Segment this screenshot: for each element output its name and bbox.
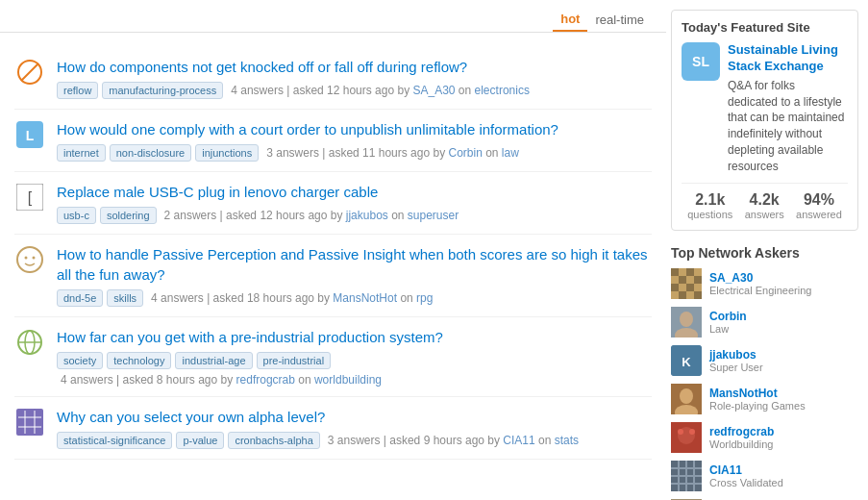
tab-hot[interactable]: hot xyxy=(553,8,587,32)
author-link[interactable]: CIA11 xyxy=(503,434,534,447)
svg-point-6 xyxy=(17,247,42,272)
author-link[interactable]: SA_A30 xyxy=(412,84,455,97)
question-body: How do components not get knocked off or… xyxy=(57,57,652,99)
author-link[interactable]: MansNotHot xyxy=(333,291,397,305)
question-title[interactable]: Replace male USB-C plug in lenovo charge… xyxy=(57,182,652,202)
author-link[interactable]: jjakubos xyxy=(346,209,388,222)
svg-rect-21 xyxy=(694,276,702,284)
question-body: Replace male USB-C plug in lenovo charge… xyxy=(57,182,652,224)
tag[interactable]: non-disclosure xyxy=(110,144,192,162)
featured-site-card: Today's Featured Site SL Sustainable Liv… xyxy=(671,10,858,231)
svg-point-27 xyxy=(680,312,693,327)
svg-rect-25 xyxy=(694,291,702,299)
asker-item: Corbin Law xyxy=(671,307,858,338)
stat-value: 94% xyxy=(796,191,842,209)
question-item: How far can you get with a pre-industria… xyxy=(14,317,652,397)
asker-site: Super User xyxy=(709,362,763,373)
author-link[interactable]: Corbin xyxy=(448,146,482,160)
tag[interactable]: reflow xyxy=(57,82,98,99)
asker-info: CIA11 Cross Validated xyxy=(709,463,783,488)
tags-meta: societytechnologyindustrial-agepre-indus… xyxy=(57,352,652,387)
site-link[interactable]: law xyxy=(502,146,519,160)
site-link[interactable]: rpg xyxy=(416,291,433,305)
question-title[interactable]: How do components not get knocked off or… xyxy=(57,57,652,77)
tag[interactable]: manufacturing-process xyxy=(102,82,223,99)
asker-site: Law xyxy=(709,323,747,335)
question-icon: [ xyxy=(14,182,45,212)
question-meta: 4 answers | asked 8 hours ago by redfrog… xyxy=(61,373,382,387)
tag[interactable]: internet xyxy=(57,144,106,162)
author-link[interactable]: redfrogcrab xyxy=(236,373,295,387)
question-icon xyxy=(14,57,45,88)
tags-meta: usb-csoldering 2 answers | asked 12 hour… xyxy=(57,207,652,224)
asker-name[interactable]: jjakubos xyxy=(709,348,763,362)
tag[interactable]: society xyxy=(57,352,103,369)
question-item: [ Replace male USB-C plug in lenovo char… xyxy=(14,172,652,235)
site-icon: SL xyxy=(682,42,720,81)
asker-info: SA_A30 Electrical Engineering xyxy=(709,271,811,296)
stat-label: answered xyxy=(796,209,842,220)
question-item: Why can you select your own alpha level?… xyxy=(14,397,652,460)
question-icon: L xyxy=(14,119,45,150)
tags-meta: internetnon-disclosureinjunctions 3 answ… xyxy=(57,144,652,162)
asker-avatar xyxy=(671,422,702,453)
asker-item: MansNotHot Role-playing Games xyxy=(671,384,858,414)
askers-list: SA_A30 Electrical Engineering Corbin Law… xyxy=(671,268,858,500)
svg-rect-23 xyxy=(679,291,686,299)
tag[interactable]: soldering xyxy=(100,207,157,224)
tag[interactable]: cronbachs-alpha xyxy=(228,432,319,449)
asker-avatar xyxy=(671,384,702,414)
tag[interactable]: injunctions xyxy=(195,144,259,162)
asker-name[interactable]: MansNotHot xyxy=(709,387,806,400)
tag[interactable]: technology xyxy=(107,352,171,369)
tag[interactable]: skills xyxy=(107,289,143,307)
tab-realtime[interactable]: real-time xyxy=(587,9,652,31)
asker-item: SA_A30 Electrical Engineering xyxy=(671,268,858,299)
tag[interactable]: statistical-significance xyxy=(57,432,172,449)
asker-site: Worldbuilding xyxy=(709,438,774,450)
question-icon xyxy=(14,407,45,438)
tabs-bar: hot real-time xyxy=(0,0,666,33)
tag[interactable]: industrial-age xyxy=(175,352,252,369)
question-icon xyxy=(14,327,45,358)
svg-rect-18 xyxy=(671,268,679,276)
site-link[interactable]: worldbuilding xyxy=(314,373,382,387)
question-icon xyxy=(14,244,45,275)
tag[interactable]: dnd-5e xyxy=(57,289,103,307)
tags-meta: reflowmanufacturing-process 4 answers | … xyxy=(57,82,652,99)
asker-name[interactable]: Corbin xyxy=(709,310,747,323)
top-askers-title: Top Network Askers xyxy=(671,245,858,261)
site-link[interactable]: superuser xyxy=(408,209,459,222)
asker-info: Corbin Law xyxy=(709,310,747,335)
top-askers: Top Network Askers SA_A30 Electrical Eng… xyxy=(671,245,858,500)
asker-name[interactable]: redfrogcrab xyxy=(709,425,774,438)
svg-point-7 xyxy=(25,257,28,260)
svg-rect-24 xyxy=(686,284,694,291)
asker-name[interactable]: CIA11 xyxy=(709,463,783,477)
question-title[interactable]: Why can you select your own alpha level? xyxy=(57,407,652,427)
asker-item: K jjakubos Super User xyxy=(671,345,858,376)
questions-list: How do components not get knocked off or… xyxy=(0,38,666,500)
site-name[interactable]: Sustainable Living Stack Exchange xyxy=(728,42,848,75)
svg-line-1 xyxy=(21,63,38,81)
asker-info: jjakubos Super User xyxy=(709,348,763,373)
tag[interactable]: pre-industrial xyxy=(257,352,332,369)
svg-text:K: K xyxy=(682,355,691,369)
site-link[interactable]: electronics xyxy=(475,84,530,97)
tags-meta: statistical-significancep-valuecronbachs… xyxy=(57,432,652,449)
question-meta: 3 answers | asked 9 hours ago by CIA11 o… xyxy=(328,434,579,447)
stat-item: 94%answered xyxy=(796,191,842,220)
svg-point-8 xyxy=(33,257,36,260)
asker-avatar xyxy=(671,268,702,299)
site-link[interactable]: stats xyxy=(555,434,579,447)
question-title[interactable]: How would one comply with a court order … xyxy=(57,119,652,139)
question-title[interactable]: How far can you get with a pre-industria… xyxy=(57,327,652,347)
svg-rect-19 xyxy=(679,276,686,284)
asker-avatar: K xyxy=(671,345,702,376)
svg-text:[: [ xyxy=(28,189,33,206)
question-title[interactable]: How to handle Passive Perception and Pas… xyxy=(57,244,652,285)
tag[interactable]: p-value xyxy=(176,432,224,449)
asker-name[interactable]: SA_A30 xyxy=(709,271,811,285)
question-body: How to handle Passive Perception and Pas… xyxy=(57,244,652,307)
tag[interactable]: usb-c xyxy=(57,207,96,224)
